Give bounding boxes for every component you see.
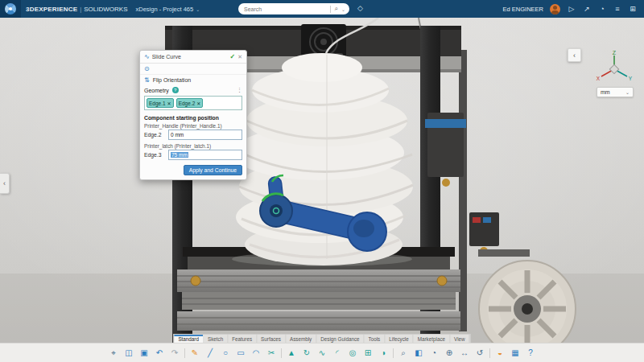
send-icon[interactable]: ↗ xyxy=(582,5,592,13)
circle-icon[interactable]: ○ xyxy=(220,348,231,359)
redo-icon[interactable]: ↷ xyxy=(169,348,180,359)
play-icon[interactable]: ▷ xyxy=(567,5,576,13)
axis-x-label: X xyxy=(597,76,601,81)
component-name: Printer_Handle (Printer_Handle.1) xyxy=(140,121,246,129)
search-options-chevron-icon[interactable]: ⌄ xyxy=(341,6,345,12)
undo-icon[interactable]: ↶ xyxy=(154,348,165,359)
sweep-icon[interactable]: ∿ xyxy=(316,348,328,359)
3d-viewport[interactable] xyxy=(0,18,644,362)
tab-label: Sketch xyxy=(208,336,223,342)
chip-label: Edge.2 xyxy=(179,101,196,106)
mirror-icon[interactable]: ◑ xyxy=(378,348,389,359)
pin-icon[interactable]: ⊙ xyxy=(144,65,150,72)
help-icon[interactable]: ? xyxy=(525,348,536,359)
toolbar-separator xyxy=(184,348,185,358)
left-panel-expander[interactable]: ‹ xyxy=(0,173,10,194)
trim-icon[interactable]: ✂ xyxy=(266,348,277,359)
dialog-actions: Apply and Continue xyxy=(140,162,246,179)
dialog-titlebar[interactable]: ∿ Slide Curve ✓ ✕ xyxy=(140,51,246,64)
scene-icon[interactable]: ▦ xyxy=(510,348,521,359)
toolbar-separator xyxy=(489,348,490,358)
fillet-icon[interactable]: ◜ xyxy=(332,348,343,359)
chevron-down-icon: ⌄ xyxy=(625,89,630,95)
workspace-label: xDesign - Project 465 xyxy=(136,6,194,13)
compass-icon xyxy=(5,3,16,14)
axis-y-label: Y xyxy=(629,76,633,81)
measure-icon[interactable]: ⌕ xyxy=(398,348,409,359)
top-bar: 3DEXPERIENCE | SOLIDWORKS xDesign - Proj… xyxy=(0,0,644,18)
flip-orientation-button[interactable]: ⇅ Flip Orientation xyxy=(140,75,246,85)
extrude-icon[interactable]: ▲ xyxy=(286,348,297,359)
apply-and-continue-button[interactable]: Apply and Continue xyxy=(184,165,242,175)
flip-icon: ⇅ xyxy=(144,76,150,84)
edge-label: Edge.3 xyxy=(144,152,165,158)
apps-grid-icon[interactable]: ⊞ xyxy=(628,5,638,13)
section-view-icon[interactable]: ◧ xyxy=(413,348,424,359)
search-bar: ⌕ ⌄ xyxy=(238,3,349,14)
search-input[interactable] xyxy=(242,6,327,13)
filter-icon[interactable]: ≡ xyxy=(613,5,622,13)
tab-label: Surfaces xyxy=(261,336,281,342)
topbar-right-cluster: Ed ENGINEER ▷↗◔≡⊞ xyxy=(503,4,644,14)
units-dropdown[interactable]: mm ⌄ xyxy=(597,87,634,97)
tab-label: View xyxy=(454,336,465,342)
user-menu[interactable]: Ed ENGINEER xyxy=(503,6,543,13)
arc-icon[interactable]: ◠ xyxy=(250,348,262,359)
topbar-icons: ▷↗◔≡⊞ xyxy=(567,5,638,13)
tab-label: Lifecycle xyxy=(389,336,409,342)
display-style-icon[interactable]: ◔ xyxy=(428,348,440,359)
toolbar-separator xyxy=(281,348,282,358)
revolve-icon[interactable]: ↻ xyxy=(301,348,312,359)
confirm-icon[interactable]: ✓ xyxy=(229,53,235,60)
chip-remove-icon[interactable]: ✕ xyxy=(196,101,200,106)
orientation-triad[interactable]: Z Y X xyxy=(592,50,634,85)
edge-value-input[interactable]: 75 mm xyxy=(168,150,242,160)
tab-label: Tools xyxy=(369,336,381,342)
chip-remove-icon[interactable]: ✕ xyxy=(167,101,171,106)
geometry-selection-box[interactable]: Edge.1 ✕ Edge.2 ✕ xyxy=(144,96,242,110)
pattern-icon[interactable]: ⊞ xyxy=(362,348,374,359)
search-icon[interactable]: ⌕ xyxy=(334,5,337,13)
dialog-title: Slide Curve xyxy=(152,54,228,60)
copy-icon[interactable]: ◫ xyxy=(123,348,134,359)
edge-chip[interactable]: Edge.1 ✕ xyxy=(147,98,174,108)
right-panel-toggle[interactable]: ‹ xyxy=(568,48,581,62)
tab-label: Marketplace xyxy=(418,336,445,342)
shell-icon[interactable]: ◎ xyxy=(347,348,358,359)
component-name: Printer_latch (Printer_latch.1) xyxy=(140,142,246,149)
rotate-view-icon[interactable]: ↺ xyxy=(474,348,485,359)
edge-value-selected: 75 mm xyxy=(171,152,188,158)
zoom-fit-icon[interactable]: ⊕ xyxy=(444,348,455,359)
dialog-toolbar: ⊙ xyxy=(140,64,246,75)
tag-icon[interactable]: ◇ xyxy=(357,4,363,12)
sketch-icon[interactable]: ✎ xyxy=(189,348,200,359)
edge-input-row: Edge.3 75 mm xyxy=(140,149,246,162)
edge-value: 0 mm xyxy=(171,132,184,138)
brand-divider: | xyxy=(80,6,81,13)
edge-value-input[interactable]: 0 mm xyxy=(168,130,242,140)
units-value: mm xyxy=(601,89,610,95)
select-icon[interactable]: ⌖ xyxy=(108,348,119,359)
3ds-logo[interactable] xyxy=(0,0,21,18)
info-icon[interactable]: ? xyxy=(172,87,179,93)
appearance-icon[interactable]: ◒ xyxy=(494,348,506,359)
tab-label: Features xyxy=(232,336,252,342)
kebab-menu-icon[interactable]: ⋮ xyxy=(237,87,242,93)
tab-label: Standard xyxy=(178,336,199,342)
line-icon[interactable]: ╱ xyxy=(204,348,216,359)
edge-chip[interactable]: Edge.2 ✕ xyxy=(176,98,204,108)
chevron-down-icon: ⌄ xyxy=(196,6,200,12)
feature-icon: ∿ xyxy=(144,53,150,60)
3d-scene[interactable] xyxy=(0,18,644,362)
close-icon[interactable]: ✕ xyxy=(237,54,242,60)
workspace-dropdown[interactable]: xDesign - Project 465 ⌄ xyxy=(136,6,200,13)
toolbar-separator xyxy=(393,348,394,358)
avatar[interactable] xyxy=(550,4,560,14)
rectangle-icon[interactable]: ▭ xyxy=(235,348,246,359)
geometry-label: Geometry xyxy=(144,88,169,93)
save-icon[interactable]: ▣ xyxy=(138,348,150,359)
pan-icon[interactable]: ↔ xyxy=(459,348,470,359)
app-name: SOLIDWORKS xyxy=(84,6,127,13)
section-title: Component starting position xyxy=(140,112,246,121)
notifications-icon[interactable]: ◔ xyxy=(597,5,607,13)
